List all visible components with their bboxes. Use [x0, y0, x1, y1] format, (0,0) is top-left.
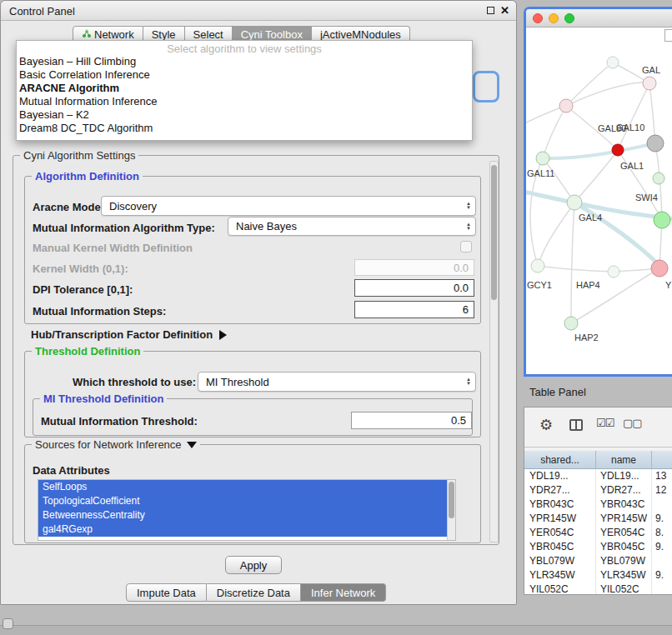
- zoom-traffic-light[interactable]: [564, 13, 574, 23]
- table-row[interactable]: YDL19...YDL19...13: [524, 469, 672, 483]
- network-node[interactable]: [564, 317, 578, 330]
- table-row[interactable]: YBL079WYBL079W: [524, 554, 672, 568]
- control-panel-titlebar[interactable]: Control Panel ✕: [1, 1, 516, 21]
- table-row[interactable]: YER054CYER054C8.: [524, 526, 672, 540]
- help-button-focus-ring[interactable]: [473, 71, 499, 102]
- float-window-button[interactable]: [487, 7, 494, 14]
- manual-kernel-checkbox[interactable]: [460, 241, 472, 252]
- settings-scrollbar[interactable]: [489, 161, 499, 542]
- tab-label: Cyni Toolbox: [241, 28, 303, 41]
- network-node[interactable]: [607, 57, 619, 68]
- table-row[interactable]: YBR045CYBR045C9.: [524, 540, 672, 554]
- attribute-list-item[interactable]: BetweennessCentrality: [38, 508, 447, 522]
- table-cell: YIL052C: [596, 582, 652, 594]
- table-cell: YBL079W: [524, 554, 596, 568]
- aracne-mode-value: Discovery: [109, 200, 157, 212]
- attribute-list-item[interactable]: TopologicalCoefficient: [38, 494, 447, 508]
- algorithm-menu-item[interactable]: Basic Correlation Inference: [17, 68, 472, 82]
- network-node[interactable]: [531, 259, 544, 272]
- network-node[interactable]: [536, 152, 549, 165]
- attribute-list-item[interactable]: gal4RGexp: [38, 522, 447, 537]
- mi-steps-input[interactable]: 6: [354, 301, 474, 318]
- network-node-label: GAL11: [527, 168, 554, 178]
- tab-infer-network[interactable]: Infer Network: [301, 583, 386, 602]
- settings-group-title: Cyni Algorithm Settings: [20, 149, 138, 162]
- tab-label: Select: [193, 28, 223, 41]
- network-node-label: GAL10: [616, 122, 644, 132]
- network-node-label: GCY1: [527, 280, 552, 290]
- network-node[interactable]: [651, 260, 668, 277]
- network-scrollbar[interactable]: [664, 29, 672, 42]
- table-row[interactable]: YPR145WYPR145W9.: [524, 512, 672, 526]
- which-threshold-label: Which threshold to use:: [73, 376, 196, 388]
- select-all-icon[interactable]: ☑☑: [596, 417, 614, 429]
- network-node[interactable]: [654, 212, 670, 228]
- network-node[interactable]: [567, 195, 582, 210]
- network-graph-svg: GALGAL80GAL10GAL1GAL11SWI4GAL4GCY1HAP4YH…: [526, 28, 672, 374]
- gear-icon[interactable]: ⚙: [539, 416, 553, 434]
- table-row[interactable]: YIL052CYIL052C: [524, 582, 672, 594]
- hub-section-toggle[interactable]: Hub/Transcription Factor Definition: [31, 328, 227, 341]
- columns-icon[interactable]: [569, 419, 583, 431]
- aracne-mode-select[interactable]: Discovery ▲▼: [101, 196, 476, 216]
- algorithm-menu-item[interactable]: ARACNE Algorithm: [17, 82, 472, 95]
- network-edge[interactable]: [618, 83, 649, 150]
- mi-type-select[interactable]: Naive Bayes ▲▼: [228, 217, 476, 236]
- dpi-tolerance-input[interactable]: 0.0: [354, 279, 474, 297]
- table-cell: 9.: [652, 540, 672, 554]
- network-node[interactable]: [612, 144, 624, 156]
- which-threshold-select[interactable]: MI Threshold ▲▼: [198, 372, 476, 392]
- table-cell: [652, 554, 672, 568]
- expanded-arrow-icon: [187, 442, 197, 448]
- algorithm-menu-item[interactable]: Mutual Information Inference: [17, 95, 472, 108]
- algorithm-menu-item[interactable]: Bayesian – Hill Climbing: [17, 55, 472, 68]
- deselect-all-icon[interactable]: ▢▢: [623, 417, 642, 429]
- data-attributes-list[interactable]: SelfLoopsTopologicalCoefficientBetweenne…: [38, 479, 456, 541]
- network-node[interactable]: [647, 135, 664, 152]
- attribute-list-item[interactable]: SelfLoops: [38, 480, 447, 494]
- window-title: Control Panel: [9, 5, 75, 18]
- table-panel: ⚙ ☑☑ ▢▢ shared... name YDL19...YDL19...1…: [524, 407, 672, 595]
- apply-button[interactable]: Apply: [225, 556, 282, 574]
- network-canvas[interactable]: GALGAL80GAL10GAL1GAL11SWI4GAL4GCY1HAP4YH…: [526, 28, 672, 374]
- table-row[interactable]: YDR27...YDR27...12: [524, 483, 672, 498]
- column-header-name[interactable]: name: [596, 451, 652, 469]
- close-traffic-light[interactable]: [533, 13, 543, 23]
- tab-impute-data[interactable]: Impute Data: [126, 583, 207, 602]
- tab-label: Discretize Data: [217, 587, 290, 599]
- network-edge[interactable]: [538, 202, 574, 266]
- network-node[interactable]: [559, 99, 573, 112]
- network-edge[interactable]: [649, 83, 655, 143]
- network-window-titlebar[interactable]: [526, 9, 672, 28]
- collapsed-panel-icon[interactable]: [3, 618, 13, 629]
- algorithm-menu-item[interactable]: Dream8 DC_TDC Algorithm: [17, 122, 472, 135]
- network-node[interactable]: [608, 266, 619, 278]
- tab-label: Infer Network: [311, 587, 375, 599]
- network-edge[interactable]: [571, 202, 574, 323]
- settings-scrollbar-thumb[interactable]: [491, 165, 497, 300]
- network-edge[interactable]: [538, 266, 614, 272]
- table-cell: YDR27...: [596, 483, 652, 498]
- mi-threshold-value: 0.5: [451, 414, 466, 427]
- kernel-width-input[interactable]: 0.0: [354, 259, 474, 276]
- minimize-traffic-light[interactable]: [549, 13, 559, 23]
- table-row[interactable]: YLR345WYLR345W9.: [524, 568, 672, 582]
- sources-group-title-row[interactable]: Sources for Network Inference: [32, 438, 200, 451]
- network-node[interactable]: [653, 172, 664, 184]
- network-edge[interactable]: [566, 62, 613, 106]
- table-cell: 9.: [652, 568, 672, 582]
- attributes-list-scrollbar-thumb[interactable]: [449, 482, 454, 518]
- table-cell: YPR145W: [596, 512, 652, 526]
- column-header-shared-name[interactable]: shared...: [524, 451, 596, 469]
- network-edge[interactable]: [543, 143, 655, 158]
- attributes-list-scrollbar[interactable]: [447, 480, 455, 540]
- column-header-cut[interactable]: [652, 451, 672, 469]
- mi-threshold-input[interactable]: 0.5: [351, 412, 472, 429]
- table-row[interactable]: YBR043CYBR043C: [524, 498, 672, 512]
- network-node[interactable]: [643, 77, 656, 90]
- tab-discretize-data[interactable]: Discretize Data: [207, 583, 301, 602]
- close-icon[interactable]: ✕: [500, 4, 509, 17]
- algorithm-menu-item[interactable]: Bayesian – K2: [17, 108, 472, 122]
- network-node-label: HAP2: [574, 332, 599, 342]
- network-tab-icon: [82, 28, 91, 41]
